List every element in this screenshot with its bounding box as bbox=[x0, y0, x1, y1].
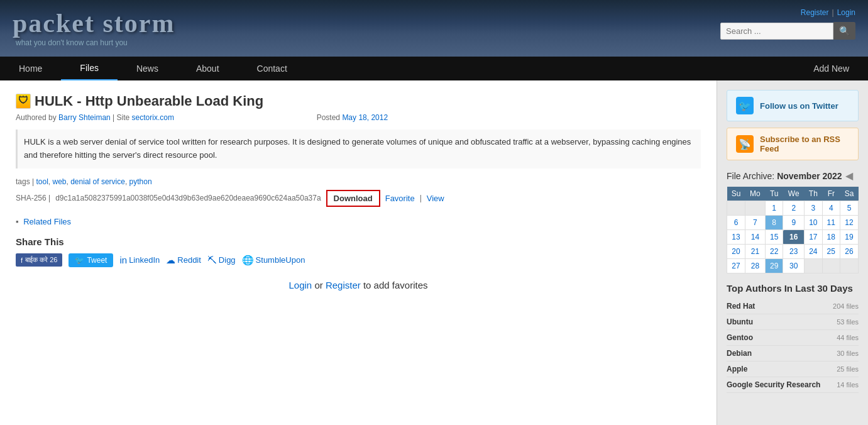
digg-link[interactable]: ⛏ Digg bbox=[207, 255, 236, 265]
register-prompt-link[interactable]: Register bbox=[326, 280, 361, 290]
author-row: Google Security Research14 files bbox=[727, 377, 859, 393]
calendar-day-link-19[interactable]: 19 bbox=[845, 233, 853, 241]
calendar-day-link-17[interactable]: 17 bbox=[809, 233, 817, 241]
calendar-prev-nav[interactable]: ◀ bbox=[845, 170, 853, 182]
calendar-day-3[interactable]: 3 bbox=[805, 201, 822, 216]
login-prompt-link[interactable]: Login bbox=[289, 280, 312, 290]
calendar-day-link-24[interactable]: 24 bbox=[809, 247, 817, 256]
calendar-day-link-13[interactable]: 13 bbox=[732, 233, 740, 241]
nav-news[interactable]: News bbox=[118, 57, 177, 80]
calendar-day-6[interactable]: 6 bbox=[727, 216, 745, 230]
calendar-day-link-10[interactable]: 10 bbox=[809, 218, 817, 227]
calendar-day-link-29[interactable]: 29 bbox=[770, 262, 778, 270]
calendar-day-9[interactable]: 9 bbox=[783, 216, 805, 230]
tweet-button[interactable]: 🐦 Tweet bbox=[69, 253, 113, 267]
calendar-day-link-22[interactable]: 22 bbox=[770, 247, 778, 256]
calendar-day-link-7[interactable]: 7 bbox=[753, 218, 757, 227]
calendar-day-link-5[interactable]: 5 bbox=[847, 204, 852, 213]
tag-tool[interactable]: tool bbox=[36, 177, 48, 186]
calendar-day-link-23[interactable]: 23 bbox=[789, 247, 798, 256]
calendar-day-25[interactable]: 25 bbox=[822, 245, 840, 259]
calendar-day-link-9[interactable]: 9 bbox=[791, 218, 796, 227]
calendar-day-18[interactable]: 18 bbox=[822, 230, 840, 245]
calendar-day-27[interactable]: 27 bbox=[727, 259, 745, 273]
calendar-day-link-8[interactable]: 8 bbox=[772, 218, 776, 227]
search-button[interactable]: 🔍 bbox=[833, 22, 855, 40]
calendar-day-24[interactable]: 24 bbox=[805, 245, 822, 259]
author-name[interactable]: Apple bbox=[727, 365, 747, 373]
calendar-day-link-15[interactable]: 15 bbox=[770, 233, 778, 241]
calendar-day-link-28[interactable]: 28 bbox=[751, 262, 759, 270]
author-files: 14 files bbox=[837, 381, 859, 389]
author-name[interactable]: Debian bbox=[727, 349, 752, 358]
calendar-day-17[interactable]: 17 bbox=[805, 230, 822, 245]
calendar-day-7[interactable]: 7 bbox=[745, 216, 765, 230]
calendar-day-29[interactable]: 29 bbox=[765, 259, 783, 273]
calendar-day-1[interactable]: 1 bbox=[765, 201, 783, 216]
calendar-day-30[interactable]: 30 bbox=[783, 259, 805, 273]
favorite-link[interactable]: Favorite bbox=[385, 194, 415, 203]
author-name[interactable]: Google Security Research bbox=[727, 380, 820, 389]
linkedin-link[interactable]: in LinkedIn bbox=[119, 255, 160, 265]
login-link[interactable]: Login bbox=[837, 8, 855, 17]
reddit-link[interactable]: ☁ Reddit bbox=[166, 255, 201, 266]
facebook-button[interactable]: f बाईक करे 26 bbox=[16, 253, 62, 267]
calendar-day-13[interactable]: 13 bbox=[727, 230, 745, 245]
calendar-day-20[interactable]: 20 bbox=[727, 245, 745, 259]
tag-web[interactable]: web bbox=[53, 177, 67, 186]
calendar-day-link-3[interactable]: 3 bbox=[811, 204, 816, 213]
calendar-day-26[interactable]: 26 bbox=[840, 245, 859, 259]
download-button[interactable]: Download bbox=[326, 190, 380, 207]
calendar-day-link-27[interactable]: 27 bbox=[732, 262, 740, 270]
calendar-day-12[interactable]: 12 bbox=[840, 216, 859, 230]
calendar-day-link-30[interactable]: 30 bbox=[789, 262, 798, 270]
calendar-day-link-2[interactable]: 2 bbox=[791, 204, 796, 213]
calendar-day-link-14[interactable]: 14 bbox=[751, 233, 759, 241]
author-link[interactable]: Barry Shteiman bbox=[58, 113, 111, 122]
nav-files[interactable]: Files bbox=[61, 57, 118, 80]
calendar-day-link-11[interactable]: 11 bbox=[827, 218, 835, 227]
calendar-day-link-4[interactable]: 4 bbox=[829, 204, 833, 213]
calendar-day-link-26[interactable]: 26 bbox=[845, 247, 853, 256]
calendar-day-19[interactable]: 19 bbox=[840, 230, 859, 245]
twitter-follow-box[interactable]: 🐦 Follow us on Twitter bbox=[727, 90, 859, 121]
calendar-day-22[interactable]: 22 bbox=[765, 245, 783, 259]
nav-add-new[interactable]: Add New bbox=[794, 57, 868, 80]
calendar-day-link-21[interactable]: 21 bbox=[751, 247, 759, 256]
calendar-day-28[interactable]: 28 bbox=[745, 259, 765, 273]
calendar-day-10[interactable]: 10 bbox=[805, 216, 822, 230]
nav-home[interactable]: Home bbox=[0, 57, 61, 80]
nav-about[interactable]: About bbox=[177, 57, 238, 80]
calendar-day-link-6[interactable]: 6 bbox=[734, 218, 739, 227]
calendar-day-link-12[interactable]: 12 bbox=[845, 218, 853, 227]
calendar-day-5[interactable]: 5 bbox=[840, 201, 859, 216]
author-name[interactable]: Gentoo bbox=[727, 333, 753, 342]
nav-contact[interactable]: Contact bbox=[238, 57, 306, 80]
related-files-link[interactable]: Related Files bbox=[23, 217, 71, 226]
calendar-day-link-18[interactable]: 18 bbox=[827, 233, 835, 241]
search-input[interactable] bbox=[720, 23, 833, 40]
view-link[interactable]: View bbox=[427, 194, 444, 203]
calendar-day-15[interactable]: 15 bbox=[765, 230, 783, 245]
site-link[interactable]: sectorix.com bbox=[132, 113, 174, 122]
rss-subscribe-box[interactable]: 📡 Subscribe to an RSS Feed bbox=[727, 128, 859, 160]
posted-date-link[interactable]: May 18, 2012 bbox=[342, 113, 388, 122]
calendar-day-11[interactable]: 11 bbox=[822, 216, 840, 230]
calendar-day-23[interactable]: 23 bbox=[783, 245, 805, 259]
calendar-day-link-1[interactable]: 1 bbox=[772, 204, 776, 213]
calendar-day-21[interactable]: 21 bbox=[745, 245, 765, 259]
add-favorites-text: to add favorites bbox=[363, 280, 428, 290]
calendar-day-8[interactable]: 8 bbox=[765, 216, 783, 230]
calendar-day-link-20[interactable]: 20 bbox=[732, 247, 740, 256]
author-name[interactable]: Ubuntu bbox=[727, 317, 753, 326]
author-name[interactable]: Red Hat bbox=[727, 302, 755, 311]
calendar-day-14[interactable]: 14 bbox=[745, 230, 765, 245]
register-link[interactable]: Register bbox=[801, 8, 829, 17]
tag-python[interactable]: python bbox=[129, 177, 152, 186]
stumbleupon-link[interactable]: 🌐 StumbleUpon bbox=[242, 255, 305, 266]
calendar-day-16[interactable]: 16 bbox=[783, 230, 805, 245]
tag-denial[interactable]: denial of service bbox=[70, 177, 125, 186]
calendar-day-link-25[interactable]: 25 bbox=[827, 247, 835, 256]
calendar-day-2[interactable]: 2 bbox=[783, 201, 805, 216]
calendar-day-4[interactable]: 4 bbox=[822, 201, 840, 216]
